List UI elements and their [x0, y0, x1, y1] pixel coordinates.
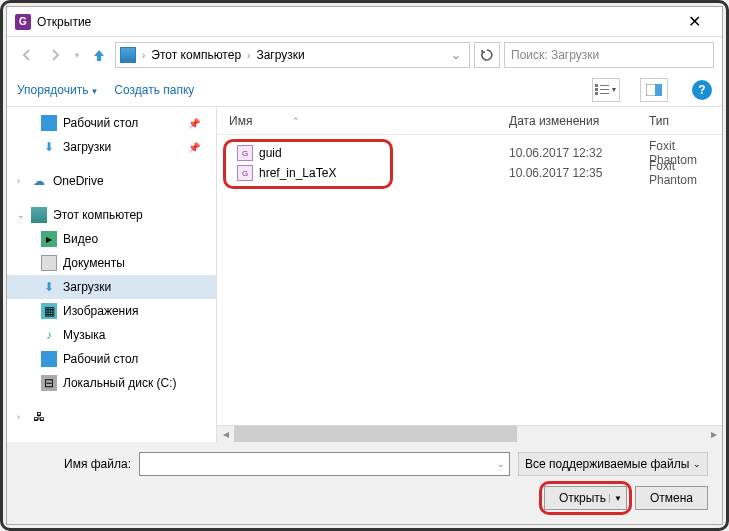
- sidebar-item-onedrive[interactable]: ›☁OneDrive: [7, 169, 216, 193]
- file-list[interactable]: G guid 10.06.2017 12:32 Foxit Phantom G …: [217, 135, 722, 425]
- scroll-left-icon[interactable]: ◂: [217, 426, 234, 443]
- scroll-right-icon[interactable]: ▸: [705, 426, 722, 443]
- chevron-down-icon: ⌄: [693, 459, 701, 469]
- navbar: ▼ › Этот компьютер › Загрузки ⌄ Поиск: З…: [7, 37, 722, 73]
- sidebar-item-this-pc[interactable]: ⌄Этот компьютер: [7, 203, 216, 227]
- svg-rect-0: [595, 84, 598, 87]
- sidebar-item-documents[interactable]: Документы: [7, 251, 216, 275]
- sidebar-item-videos[interactable]: ▸Видео: [7, 227, 216, 251]
- svg-rect-1: [595, 88, 598, 91]
- svg-rect-5: [600, 93, 609, 94]
- desktop-icon: [41, 351, 57, 367]
- file-row[interactable]: G guid 10.06.2017 12:32 Foxit Phantom: [225, 143, 722, 163]
- new-folder-button[interactable]: Создать папку: [114, 83, 194, 97]
- pc-icon: [120, 47, 136, 63]
- filename-label: Имя файла:: [21, 457, 131, 471]
- desktop-icon: [41, 115, 57, 131]
- horizontal-scrollbar[interactable]: ◂ ▸: [217, 425, 722, 442]
- preview-pane-button[interactable]: [640, 78, 668, 102]
- filename-input[interactable]: ⌄: [139, 452, 510, 476]
- cancel-button[interactable]: Отмена: [635, 486, 708, 510]
- download-icon: ⬇: [41, 139, 57, 155]
- svg-rect-3: [600, 85, 609, 86]
- file-pane: Имя⌃ Дата изменения Тип G guid 10.06.201…: [217, 107, 722, 442]
- up-button[interactable]: [87, 43, 111, 67]
- close-button[interactable]: ✕: [674, 12, 714, 31]
- window-title: Открытие: [37, 15, 674, 29]
- chevron-icon: ›: [247, 50, 250, 61]
- chevron-icon: ›: [17, 176, 20, 186]
- pin-icon: 📌: [188, 142, 200, 153]
- back-button[interactable]: [15, 43, 39, 67]
- pdf-icon: G: [237, 165, 253, 181]
- column-headers[interactable]: Имя⌃ Дата изменения Тип: [217, 107, 722, 135]
- breadcrumb[interactable]: › Этот компьютер › Загрузки ⌄: [115, 42, 470, 68]
- sidebar-item-network[interactable]: ›🖧: [7, 405, 216, 429]
- pc-icon: [31, 207, 47, 223]
- sidebar-item-downloads-pc[interactable]: ⬇Загрузки: [7, 275, 216, 299]
- col-name[interactable]: Имя: [229, 114, 252, 128]
- sidebar[interactable]: Рабочий стол📌 ⬇Загрузки📌 ›☁OneDrive ⌄Это…: [7, 107, 217, 442]
- video-icon: ▸: [41, 231, 57, 247]
- chevron-icon: ⌄: [17, 210, 25, 220]
- chevron-icon: ›: [142, 50, 145, 61]
- sidebar-item-downloads[interactable]: ⬇Загрузки📌: [7, 135, 216, 159]
- disk-icon: ⊟: [41, 375, 57, 391]
- col-date[interactable]: Дата изменения: [509, 114, 649, 128]
- cloud-icon: ☁: [31, 173, 47, 189]
- file-filter-dropdown[interactable]: Все поддерживаемые файлы ⌄: [518, 452, 708, 476]
- open-file-dialog: G Открытие ✕ ▼ › Этот компьютер › Загруз…: [6, 6, 723, 525]
- scroll-thumb[interactable]: [234, 426, 517, 443]
- sidebar-item-music[interactable]: ♪Музыка: [7, 323, 216, 347]
- file-name: guid: [259, 146, 509, 160]
- breadcrumb-folder[interactable]: Загрузки: [252, 48, 308, 62]
- download-icon: ⬇: [41, 279, 57, 295]
- recent-dropdown[interactable]: ▼: [71, 43, 83, 67]
- sidebar-item-pictures[interactable]: ▦Изображения: [7, 299, 216, 323]
- dropdown-icon[interactable]: ▼: [609, 494, 622, 503]
- search-placeholder: Поиск: Загрузки: [511, 48, 599, 62]
- sort-arrow-icon: ⌃: [292, 116, 300, 126]
- document-icon: [41, 255, 57, 271]
- pin-icon: 📌: [188, 118, 200, 129]
- svg-rect-7: [655, 84, 662, 96]
- sidebar-item-desktop-pc[interactable]: Рабочий стол: [7, 347, 216, 371]
- file-date: 10.06.2017 12:35: [509, 166, 649, 180]
- help-button[interactable]: ?: [692, 80, 712, 100]
- footer: Имя файла: ⌄ Все поддерживаемые файлы ⌄ …: [7, 442, 722, 524]
- network-icon: 🖧: [31, 409, 47, 425]
- toolbar: Упорядочить▼ Создать папку ▼ ?: [7, 73, 722, 107]
- svg-rect-2: [595, 92, 598, 95]
- file-date: 10.06.2017 12:32: [509, 146, 649, 160]
- sidebar-item-desktop[interactable]: Рабочий стол📌: [7, 111, 216, 135]
- file-type: Foxit Phantom: [649, 159, 722, 187]
- file-row[interactable]: G href_in_LaTeX 10.06.2017 12:35 Foxit P…: [225, 163, 722, 183]
- sidebar-item-local-disk[interactable]: ⊟Локальный диск (C:): [7, 371, 216, 395]
- chevron-icon: ›: [17, 412, 20, 422]
- file-name: href_in_LaTeX: [259, 166, 509, 180]
- image-icon: ▦: [41, 303, 57, 319]
- view-details-button[interactable]: ▼: [592, 78, 620, 102]
- search-input[interactable]: Поиск: Загрузки: [504, 42, 714, 68]
- music-icon: ♪: [41, 327, 57, 343]
- col-type[interactable]: Тип: [649, 114, 722, 128]
- refresh-button[interactable]: [474, 42, 500, 68]
- app-icon: G: [15, 14, 31, 30]
- organize-button[interactable]: Упорядочить▼: [17, 83, 98, 97]
- titlebar: G Открытие ✕: [7, 7, 722, 37]
- open-button[interactable]: Открыть ▼: [544, 486, 627, 510]
- breadcrumb-dropdown[interactable]: ⌄: [447, 48, 465, 62]
- forward-button[interactable]: [43, 43, 67, 67]
- pdf-icon: G: [237, 145, 253, 161]
- breadcrumb-root[interactable]: Этот компьютер: [147, 48, 245, 62]
- svg-rect-4: [600, 89, 609, 90]
